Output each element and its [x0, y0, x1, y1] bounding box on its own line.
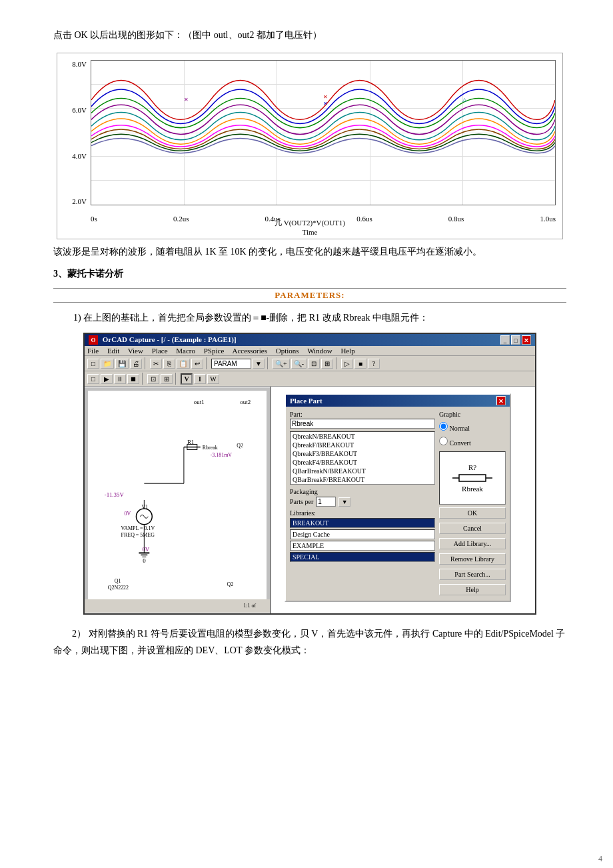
normal-radio-row: Normal — [439, 422, 506, 432]
tb2-1[interactable]: □ — [87, 374, 99, 384]
lib-breakout[interactable]: BREAKOUT — [290, 518, 435, 528]
lib-example[interactable]: EXAMPLE — [290, 541, 435, 551]
tb2-2[interactable]: ▶ — [101, 374, 113, 384]
x-title-line2: Time — [57, 228, 562, 236]
orcad-icon: O — [89, 335, 98, 345]
tb-zoom-out[interactable]: 🔍- — [291, 359, 306, 369]
orcad-menubar: File Edit View Place Macro PSpice Access… — [85, 346, 535, 356]
tb-undo[interactable]: ↩ — [191, 359, 203, 369]
tb-run[interactable]: ▷ — [341, 359, 353, 369]
menu-window[interactable]: Window — [307, 347, 332, 355]
svg-text:VAMPL = 0.1V: VAMPL = 0.1V — [121, 525, 155, 531]
parts-per-down[interactable]: ▼ — [338, 497, 350, 507]
remove-library-button[interactable]: Remove Library — [439, 553, 506, 565]
svg-text:-3.181mV: -3.181mV — [211, 453, 233, 459]
tb-sep1 — [145, 357, 147, 369]
lib-special[interactable]: SPECIAL — [290, 552, 435, 562]
list-item[interactable]: QBarBreakN/BREAKOUT — [291, 467, 434, 475]
dialog-title: Place Part — [290, 397, 322, 405]
tb-zoom-region[interactable]: ⊞ — [321, 359, 333, 369]
preview-resistor-svg — [452, 471, 492, 485]
tb2-6[interactable]: ⊞ — [161, 374, 173, 384]
lib-design-cache[interactable]: Design Cache — [290, 529, 435, 539]
svg-text:Rbreak: Rbreak — [203, 445, 218, 451]
orcad-window: O OrCAD Capture - [/ - (Example : PAGE1)… — [83, 333, 536, 615]
dialog-area: Place Part ✕ Part: QbreakN/BREAKO — [271, 387, 535, 613]
tb2-sep2 — [175, 373, 178, 385]
dialog-body: Part: QbreakN/BREAKOUT QbreakF/BREAKOUT … — [286, 407, 510, 601]
packaging-section: Packaging Parts per ▼ — [290, 487, 435, 507]
menu-macro[interactable]: Macro — [176, 347, 195, 355]
tb-new[interactable]: □ — [87, 359, 99, 369]
preview-r-label: R? — [468, 463, 476, 471]
list-item[interactable]: QBarBreakF/BREAKOUT — [291, 475, 434, 484]
menu-options[interactable]: Options — [276, 347, 299, 355]
tb-sep2 — [206, 357, 209, 369]
orcad-content: out1 out2 Q2 R1 Rbreak -3.181mV -11.35V — [85, 387, 535, 613]
dialog-close-button[interactable]: ✕ — [496, 396, 506, 405]
menu-view[interactable]: View — [128, 347, 143, 355]
part-label: Part: — [290, 411, 435, 418]
pkg-label: Packaging — [290, 488, 318, 495]
svg-rect-33 — [85, 599, 270, 613]
tb2-5[interactable]: ⊡ — [147, 374, 159, 384]
convert-label: Convert — [450, 439, 471, 447]
tb2-3[interactable]: ⏸ — [114, 374, 126, 384]
tb-cut[interactable]: ✂ — [150, 359, 162, 369]
tb-zoom-in[interactable]: 🔍+ — [273, 359, 290, 369]
add-library-button[interactable]: Add Library... — [439, 538, 506, 549]
svg-text:-11.35V: -11.35V — [105, 491, 125, 498]
svg-text:0: 0 — [143, 558, 146, 565]
tb2-i[interactable]: I — [194, 374, 206, 384]
normal-radio[interactable] — [439, 422, 448, 431]
menu-accessories[interactable]: Accessories — [232, 347, 267, 355]
menu-edit[interactable]: Edit — [107, 347, 119, 355]
tb-stop[interactable]: ■ — [354, 359, 366, 369]
svg-text:out2: out2 — [240, 399, 251, 405]
part-field: Part: — [290, 411, 435, 429]
tb2-sep1 — [142, 373, 145, 385]
ok-button[interactable]: OK — [439, 507, 506, 519]
part-preview: R? Rbreak — [439, 451, 506, 505]
part-input[interactable] — [290, 419, 435, 429]
svg-text:V1: V1 — [141, 504, 148, 510]
minimize-button[interactable]: _ — [500, 335, 510, 345]
tb-sep3 — [267, 357, 270, 369]
tb-zoom-fit[interactable]: ⊡ — [308, 359, 320, 369]
list-item[interactable]: QbreakF4/BREAKOUT — [291, 458, 434, 467]
tb-print[interactable]: 🖨 — [130, 359, 142, 369]
list-item[interactable]: QbreakF3/BREAKOUT — [291, 449, 434, 458]
tb-paste[interactable]: 📋 — [177, 359, 190, 369]
svg-text:Q2: Q2 — [237, 443, 243, 449]
list-item[interactable]: QbreakN/BREAKOUT — [291, 432, 434, 441]
step1-text: 1) 在上图的基础上，首先把全局参数设置的＝■-删除，把 R1 改成 Rbrea… — [53, 309, 566, 326]
list-item[interactable]: RAMBESlbreak/BREAKO — [291, 484, 434, 485]
menu-help[interactable]: Help — [340, 347, 354, 355]
svg-text:✕: ✕ — [323, 94, 328, 100]
svg-text:Q2: Q2 — [227, 581, 233, 587]
menu-file[interactable]: File — [87, 347, 99, 355]
cancel-button[interactable]: Cancel — [439, 523, 506, 534]
tb-probe[interactable]: ? — [368, 359, 380, 369]
tb-copy[interactable]: ⎘ — [163, 359, 175, 369]
param-input[interactable] — [211, 359, 251, 369]
list-item[interactable]: QbreakF/BREAKOUT — [291, 441, 434, 449]
part-search-button[interactable]: Part Search... — [439, 569, 506, 580]
tb-dropdown[interactable]: ▼ — [253, 359, 265, 369]
maximize-button[interactable]: □ — [511, 335, 520, 345]
tb2-w[interactable]: W — [207, 374, 219, 384]
menu-pspice[interactable]: PSpice — [204, 347, 225, 355]
tb-save[interactable]: 💾 — [115, 359, 129, 369]
parts-listbox[interactable]: QbreakN/BREAKOUT QbreakF/BREAKOUT Qbreak… — [290, 431, 435, 485]
section-title: 3、蒙托卡诺分析 — [53, 265, 566, 282]
menu-place[interactable]: Place — [152, 347, 168, 355]
window-controls[interactable]: _ □ ✕ — [500, 335, 531, 345]
parts-per-input[interactable] — [316, 497, 336, 507]
help-button[interactable]: Help — [439, 584, 506, 595]
x-title-line1: 几 V(OUT2)*V(OUT1) — [57, 218, 562, 228]
tb2-v[interactable]: V — [181, 373, 193, 385]
convert-radio[interactable] — [439, 437, 448, 445]
tb2-4[interactable]: ⏹ — [127, 374, 139, 384]
tb-open[interactable]: 📁 — [101, 359, 114, 369]
close-button[interactable]: ✕ — [522, 335, 531, 345]
